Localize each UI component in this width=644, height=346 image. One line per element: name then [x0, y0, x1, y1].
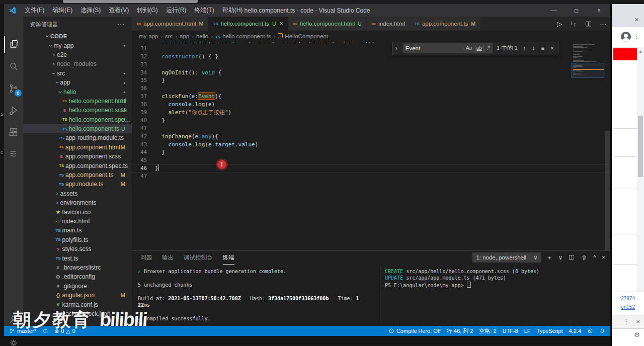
tree-item-assets[interactable]: ›assets — [23, 189, 132, 198]
tab-hello.component.html[interactable]: <>hello.component.htmlU — [288, 17, 366, 31]
tree-item-app[interactable]: ›app● — [23, 78, 132, 87]
tree-item-.editorconfig[interactable]: ⚙.editorconfig — [23, 272, 132, 281]
tree-item-src[interactable]: ›src● — [23, 69, 132, 78]
tree-item-hello.component.ts[interactable]: TShello.component.tsU — [23, 124, 132, 133]
tree-item-test.ts[interactable]: TStest.ts — [23, 253, 132, 263]
tree-item-node_modules[interactable]: ›node_modules — [23, 59, 132, 68]
chevron-down-icon[interactable]: ∨ — [558, 254, 563, 261]
menu-item[interactable]: 选择(S) — [76, 6, 105, 15]
tab-app.component.ts[interactable]: TSapp.component.tsM — [410, 17, 480, 31]
tree-item-hello.component.spec.ts[interactable]: TShello.component.spec.tsU — [23, 115, 132, 124]
browser-profile-avatar[interactable] — [621, 32, 631, 42]
devtools-link[interactable]: ent:52 — [621, 304, 635, 310]
feedback-icon[interactable] — [587, 328, 593, 334]
breadcrumb-item[interactable]: TShello.component.ts — [215, 33, 271, 39]
ts-version[interactable]: 4.2.4 — [569, 328, 581, 334]
whole-word-icon[interactable]: ab — [475, 45, 484, 51]
terminal[interactable]: ✓ Browser application bundle generation … — [138, 265, 608, 325]
menu-item[interactable]: 运行(R) — [162, 6, 191, 15]
breadcrumb-item[interactable]: my-app — [139, 33, 158, 39]
menu-item[interactable]: 编辑(E) — [48, 6, 76, 15]
browser-tab-close-icon[interactable]: × — [634, 15, 639, 24]
tree-item-angular.json[interactable]: {}angular.jsonM — [23, 291, 132, 300]
tree-item-app.module.ts[interactable]: TSapp.module.tsM — [23, 180, 132, 189]
more-actions-icon[interactable]: ··· — [117, 17, 125, 32]
match-case-icon[interactable]: Aa — [466, 45, 472, 51]
tree-item-app.component.scss[interactable]: Sapp.component.scss — [23, 152, 132, 161]
code-editor[interactable]: 30 colorsArr:Array<string> = [ 'red', 'b… — [132, 42, 610, 250]
run-icon[interactable]: ▷ — [557, 20, 562, 28]
run-debug-icon[interactable] — [4, 102, 23, 119]
panel-tab-终端[interactable]: 终端 — [223, 251, 234, 265]
menu-item[interactable]: 转到(G) — [133, 6, 162, 15]
minimize-icon[interactable]: — — [542, 4, 565, 17]
menu-item[interactable]: 终端(T) — [190, 6, 218, 15]
devtools-close-icon[interactable]: × — [636, 318, 640, 325]
split-terminal-icon[interactable] — [568, 254, 575, 261]
eol[interactable]: LF — [524, 328, 531, 334]
language-mode[interactable]: TypeScript — [537, 328, 563, 334]
breadcrumb-item[interactable]: app — [180, 33, 189, 39]
terminal-select[interactable]: 1: node, powershell ∨ — [472, 252, 541, 263]
new-terminal-icon[interactable]: ＋ — [547, 253, 553, 262]
tree-item-app-routing.module.ts[interactable]: TSapp-routing.module.ts — [23, 133, 132, 142]
tree-item-main.ts[interactable]: TSmain.ts — [23, 226, 132, 235]
maximize-panel-icon[interactable]: ^ — [593, 254, 596, 261]
devtools-menu-icon[interactable]: ⋮ — [623, 318, 629, 325]
notifications-bell-icon[interactable] — [599, 328, 605, 334]
open-changes-icon[interactable] — [570, 20, 577, 28]
previous-match-icon[interactable]: ↑ — [522, 45, 527, 52]
tree-item-e2e[interactable]: ›e2e — [23, 50, 132, 59]
minimap-viewport[interactable] — [571, 63, 605, 78]
menu-item[interactable]: 文件(F) — [21, 6, 48, 15]
panel-tab-问题[interactable]: 问题 — [140, 251, 152, 265]
close-icon[interactable]: × — [588, 4, 610, 17]
explorer-icon[interactable] — [4, 36, 23, 53]
close-tab-icon[interactable]: × — [280, 20, 283, 27]
tree-item-.browserslistrc[interactable]: ≡.browserslistrc — [23, 263, 132, 272]
tree-item-.gitignore[interactable]: ◆.gitignore — [23, 282, 132, 291]
close-find-icon[interactable]: × — [549, 45, 555, 52]
find-in-selection-icon[interactable]: ≡ — [540, 45, 545, 52]
editor-scrollbar[interactable] — [605, 42, 610, 250]
close-panel-icon[interactable]: × — [602, 254, 605, 261]
source-control-icon[interactable]: 8 — [4, 80, 23, 97]
breadcrumb-item[interactable]: hello — [196, 33, 208, 39]
find-collapse-icon[interactable]: › — [394, 45, 399, 52]
tree-item-root[interactable]: ›CODE — [23, 32, 132, 41]
kill-terminal-icon[interactable] — [581, 254, 588, 261]
tree-item-app.component.spec.ts[interactable]: TSapp.component.spec.ts — [23, 161, 132, 170]
devtools-settings-icon[interactable]: ⚙ — [634, 331, 640, 338]
next-match-icon[interactable]: ↓ — [531, 45, 536, 52]
breadcrumb-item[interactable]: src — [165, 33, 173, 39]
tree-item-hello.component.scss[interactable]: Shello.component.scssU — [23, 106, 132, 115]
tree-item-styles.scss[interactable]: Sstyles.scss — [23, 244, 132, 253]
tab-index.html[interactable]: <>index.html — [367, 17, 410, 31]
tree-item-app.component.ts[interactable]: TSapp.component.tsM — [23, 170, 132, 180]
regex-icon[interactable]: .* — [487, 45, 490, 51]
menu-item[interactable]: 帮助(H) — [218, 6, 247, 15]
settings-gear-icon[interactable] — [4, 334, 23, 346]
tree-item-hello.component.html[interactable]: <>hello.component.htmlU — [23, 97, 132, 106]
indentation[interactable]: 空格: 2 — [479, 327, 496, 335]
tree-item-my-app[interactable]: ›my-app● — [23, 41, 132, 50]
tree-item-polyfills.ts[interactable]: TSpolyfills.ts — [23, 235, 132, 244]
tab-app.component.html[interactable]: <>app.component.htmlM — [132, 17, 208, 31]
search-icon[interactable] — [4, 58, 23, 75]
browser-scrollbar-thumb[interactable] — [638, 116, 643, 177]
panel-tab-输出[interactable]: 输出 — [162, 251, 174, 265]
find-input[interactable]: Event Aa ab .* — [403, 43, 493, 53]
maximize-icon[interactable]: □ — [565, 4, 588, 17]
more-actions-icon[interactable]: ··· — [600, 20, 606, 28]
breadcrumb-item[interactable]: HelloComponent — [278, 33, 328, 39]
devtools-link[interactable]: :27974 — [619, 296, 635, 301]
extensions-icon[interactable] — [4, 124, 23, 141]
scroll-up-icon[interactable]: ▲ — [638, 49, 642, 54]
tree-item-hello[interactable]: ›hello● — [23, 87, 132, 96]
tree-item-environments[interactable]: ›environments — [23, 198, 132, 207]
menu-item[interactable]: 查看(V) — [105, 6, 133, 15]
tree-item-favicon.ico[interactable]: ★favicon.ico — [23, 207, 132, 216]
tree-item-index.html[interactable]: <>index.html — [23, 217, 132, 226]
browser-menu-icon[interactable]: ⋮ — [633, 32, 640, 40]
encoding[interactable]: UTF-8 — [503, 328, 518, 334]
